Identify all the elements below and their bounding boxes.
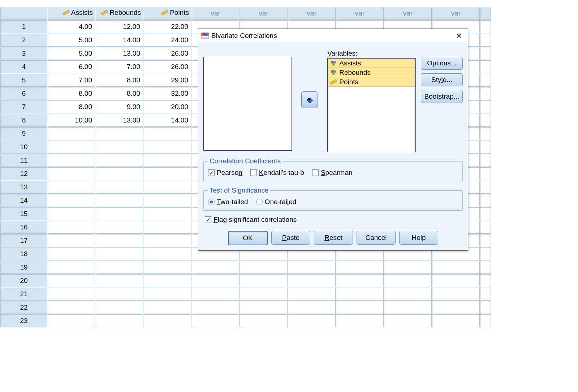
data-cell[interactable] xyxy=(96,301,143,314)
data-cell[interactable]: 29.00 xyxy=(144,74,191,87)
row-header[interactable]: 9 xyxy=(0,127,47,140)
row-header[interactable]: 22 xyxy=(0,301,47,314)
close-icon[interactable]: ✕ xyxy=(454,30,464,42)
data-cell[interactable] xyxy=(96,247,143,260)
cancel-button[interactable]: Cancel xyxy=(357,231,396,245)
row-header[interactable]: 12 xyxy=(0,167,47,180)
row-header[interactable]: 1 xyxy=(0,20,47,33)
data-cell[interactable] xyxy=(144,167,191,180)
row-header[interactable]: 7 xyxy=(0,100,47,113)
data-cell[interactable] xyxy=(96,261,143,274)
data-cell[interactable] xyxy=(144,288,191,301)
data-cell[interactable] xyxy=(384,288,432,301)
data-cell[interactable] xyxy=(144,274,191,287)
data-cell[interactable]: 8.00 xyxy=(96,74,143,87)
data-cell[interactable] xyxy=(144,127,191,140)
column-header-empty[interactable] xyxy=(480,7,491,20)
data-cell[interactable] xyxy=(384,314,432,327)
data-cell[interactable] xyxy=(480,207,491,220)
data-cell[interactable]: 22.00 xyxy=(144,20,191,33)
paste-button[interactable]: Paste xyxy=(271,231,310,245)
data-cell[interactable]: 7.00 xyxy=(48,74,95,87)
variable-item-rebounds[interactable]: Rebounds xyxy=(328,68,415,77)
data-cell[interactable] xyxy=(144,314,191,327)
data-cell[interactable] xyxy=(48,154,95,167)
data-cell[interactable] xyxy=(48,288,95,301)
data-cell[interactable] xyxy=(480,154,491,167)
data-cell[interactable] xyxy=(480,167,491,180)
row-header[interactable]: 2 xyxy=(0,34,47,47)
data-cell[interactable] xyxy=(240,274,288,287)
spearman-checkbox[interactable]: Spearman xyxy=(312,169,353,177)
row-header[interactable]: 20 xyxy=(0,274,47,287)
data-cell[interactable]: 7.00 xyxy=(96,60,143,73)
data-cell[interactable] xyxy=(432,288,480,301)
data-cell[interactable] xyxy=(48,207,95,220)
data-cell[interactable] xyxy=(480,301,491,314)
data-cell[interactable] xyxy=(336,288,384,301)
data-cell[interactable] xyxy=(192,288,240,301)
pearson-checkbox[interactable]: Pearson xyxy=(208,169,242,177)
row-header[interactable]: 10 xyxy=(0,141,47,154)
data-cell[interactable] xyxy=(480,247,491,260)
style-button[interactable]: Style... xyxy=(421,73,463,86)
options-button[interactable]: Options... xyxy=(421,57,463,70)
data-cell[interactable] xyxy=(432,314,480,327)
data-cell[interactable] xyxy=(336,261,384,274)
data-cell[interactable] xyxy=(144,141,191,154)
data-cell[interactable] xyxy=(432,274,480,287)
data-cell[interactable] xyxy=(48,221,95,234)
data-cell[interactable] xyxy=(144,234,191,247)
data-cell[interactable] xyxy=(96,127,143,140)
column-header-points[interactable]: Points xyxy=(144,7,191,20)
row-header[interactable]: 18 xyxy=(0,247,47,260)
data-cell[interactable] xyxy=(480,100,491,113)
data-cell[interactable] xyxy=(96,154,143,167)
data-cell[interactable] xyxy=(384,261,432,274)
row-header[interactable]: 6 xyxy=(0,87,47,100)
data-cell[interactable] xyxy=(192,314,240,327)
data-cell[interactable] xyxy=(48,247,95,260)
data-cell[interactable] xyxy=(288,314,336,327)
data-cell[interactable] xyxy=(144,181,191,194)
data-cell[interactable] xyxy=(240,301,288,314)
row-header[interactable]: 19 xyxy=(0,261,47,274)
data-cell[interactable] xyxy=(480,234,491,247)
column-header-empty[interactable]: var xyxy=(192,7,240,20)
data-cell[interactable] xyxy=(192,261,240,274)
data-cell[interactable] xyxy=(48,301,95,314)
column-header-empty[interactable]: var xyxy=(432,7,480,20)
data-cell[interactable] xyxy=(288,261,336,274)
column-header-empty[interactable]: var xyxy=(288,7,336,20)
column-header-empty[interactable]: var xyxy=(240,7,288,20)
data-cell[interactable] xyxy=(336,314,384,327)
data-cell[interactable]: 4.00 xyxy=(48,20,95,33)
ok-button[interactable]: OK xyxy=(228,231,268,245)
row-header[interactable]: 17 xyxy=(0,234,47,247)
data-cell[interactable] xyxy=(48,141,95,154)
column-header-rebounds[interactable]: Rebounds xyxy=(96,7,143,20)
data-cell[interactable] xyxy=(96,167,143,180)
data-cell[interactable] xyxy=(480,127,491,140)
data-cell[interactable] xyxy=(480,141,491,154)
data-cell[interactable] xyxy=(336,301,384,314)
data-cell[interactable] xyxy=(144,247,191,260)
data-cell[interactable] xyxy=(480,60,491,73)
reset-button[interactable]: Reset xyxy=(314,231,353,245)
target-variable-list[interactable]: AssistsReboundsPoints xyxy=(327,58,416,152)
data-cell[interactable]: 13.00 xyxy=(96,114,143,127)
bootstrap-button[interactable]: Bootstrap... xyxy=(421,90,463,103)
data-cell[interactable] xyxy=(96,141,143,154)
data-cell[interactable] xyxy=(96,234,143,247)
data-cell[interactable]: 26.00 xyxy=(144,60,191,73)
data-cell[interactable]: 14.00 xyxy=(96,34,143,47)
row-header[interactable]: 16 xyxy=(0,221,47,234)
data-cell[interactable] xyxy=(336,274,384,287)
source-variable-list[interactable] xyxy=(203,57,292,151)
data-cell[interactable] xyxy=(480,114,491,127)
data-cell[interactable] xyxy=(288,301,336,314)
flag-significant-checkbox[interactable]: Flag significant correlations xyxy=(205,216,297,224)
data-cell[interactable] xyxy=(480,314,491,327)
data-cell[interactable] xyxy=(240,288,288,301)
kendall-checkbox[interactable]: Kendall's tau-b xyxy=(250,169,304,177)
